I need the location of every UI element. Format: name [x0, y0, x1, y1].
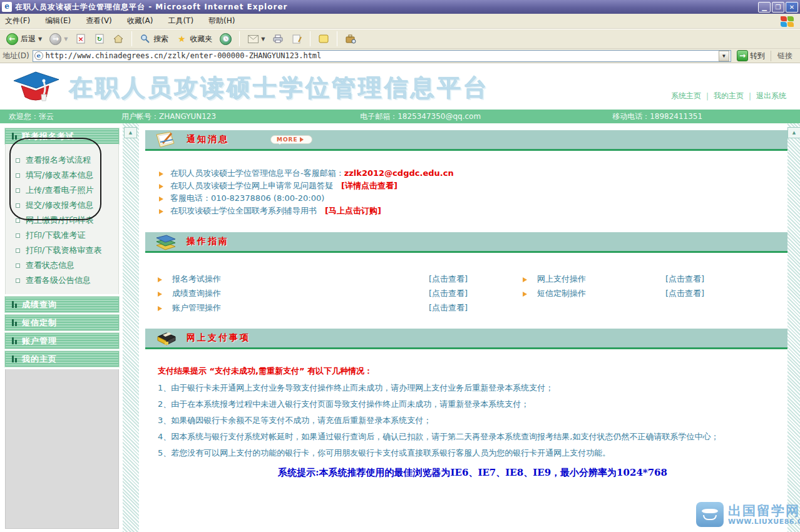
- notice-item[interactable]: 在职攻读硕士学位全国联考系列辅导用书 [马上点击订购]: [159, 206, 787, 216]
- favorites-button[interactable]: ★ 收藏夹: [173, 32, 215, 46]
- back-dropdown-icon[interactable]: ▼: [38, 36, 42, 42]
- guide-item-label[interactable]: 报名考试操作: [172, 274, 429, 285]
- go-button[interactable]: → 转到: [734, 50, 767, 61]
- sidebar-item-upload-photo[interactable]: 上传/查看电子照片: [6, 183, 118, 198]
- payment-item: 5、若您没有可以网上支付的功能的银行卡，你可用朋友银行卡支付或直接联系银行客服人…: [158, 448, 787, 458]
- links-label[interactable]: 链接: [771, 51, 797, 61]
- guide-item-label[interactable]: 成绩查询操作: [172, 288, 429, 299]
- nav-logout[interactable]: 退出系统: [756, 91, 786, 101]
- notice-highlight[interactable]: [马上点击订购]: [325, 206, 381, 215]
- guide-view-link[interactable]: [点击查看]: [429, 288, 523, 299]
- sidebar-item-pay-online[interactable]: 网上缴费/打印样表: [6, 213, 118, 228]
- address-label: 地址(D): [3, 51, 29, 61]
- nav-system-home[interactable]: 系统主页: [671, 91, 701, 101]
- sidebar-item-view-announcements[interactable]: 查看各级公告信息: [6, 273, 118, 288]
- research-button[interactable]: [342, 32, 359, 46]
- menu-view[interactable]: 查看(V): [86, 16, 112, 26]
- close-button[interactable]: ✕: [786, 2, 798, 13]
- sidebar-item-print-review[interactable]: 打印/下载资格审查表: [6, 243, 118, 258]
- sidebar-section-sms[interactable]: 短信定制: [5, 315, 119, 330]
- back-icon: ←: [6, 33, 18, 45]
- sidebar-menu: 查看报名考试流程 填写/修改基本信息 上传/查看电子照片 提交/修改报考信息 网…: [5, 144, 119, 294]
- print-button[interactable]: [270, 32, 286, 46]
- notice-pad-icon: [154, 131, 178, 148]
- toolbar-separator: [131, 31, 132, 46]
- notice-list: 在职人员攻读硕士学位管理信息平台-客服邮箱：zzlk2012@cdgdc.edu…: [159, 168, 787, 216]
- guide-title: 操作指南: [187, 236, 229, 247]
- guide-item-label[interactable]: 账户管理操作: [172, 302, 429, 314]
- page-favicon: e: [34, 51, 43, 60]
- payment-notes: 支付结果提示 “支付未成功,需重新支付” 有以下几种情况： 1、由于银行卡未开通…: [158, 366, 787, 479]
- address-input[interactable]: e http://www.chinadegrees.cn/zzlk/enter-…: [33, 50, 731, 62]
- more-button[interactable]: MORE: [270, 135, 312, 144]
- restore-button[interactable]: ❐: [772, 2, 784, 13]
- stop-button[interactable]: ×: [73, 32, 89, 46]
- menu-favorites[interactable]: 收藏(A): [127, 16, 153, 26]
- guide-item-label[interactable]: 网上支付操作: [537, 274, 665, 285]
- sidebar-item-fill-info[interactable]: 填写/修改基本信息: [6, 168, 118, 183]
- forward-button[interactable]: → ▼: [47, 32, 70, 46]
- sidebar-item-view-flow[interactable]: 查看报名考试流程: [6, 153, 118, 168]
- site-header: 在职人员攻读硕士学位管理信息平台 系统主页 | 我的主页 | 退出系统: [0, 63, 800, 110]
- guide-view-link[interactable]: [点击查看]: [665, 274, 741, 285]
- more-label: MORE: [277, 136, 298, 143]
- menu-help[interactable]: 帮助(H): [208, 16, 235, 26]
- notice-item[interactable]: 客服电话：010-82378806 (8:00-20:00): [159, 193, 787, 203]
- guide-view-link[interactable]: [点击查看]: [429, 302, 523, 314]
- collapse-up-icon[interactable]: ▲: [787, 127, 800, 138]
- notice-text: 客服电话：010-82378806 (8:00-20:00): [170, 193, 324, 203]
- payment-item: 4、因本系统与银行支付系统对帐延时，如果通过银行查询后，确认已扣款，请于第二天再…: [158, 432, 787, 442]
- sidebar-section-myhome[interactable]: 我的主页: [5, 351, 119, 367]
- collapse-up-icon[interactable]: ▲: [124, 127, 137, 138]
- square-bullet-icon: [16, 173, 20, 178]
- back-button[interactable]: ← 后退 ▼: [4, 32, 44, 46]
- orange-bullet-icon: [523, 292, 530, 297]
- sidebar-item-view-status[interactable]: 查看状态信息: [6, 258, 118, 273]
- sidebar-divider-strip: ▲: [123, 123, 139, 532]
- menu-tools[interactable]: 工具(T): [168, 16, 193, 26]
- edit-button[interactable]: [289, 32, 305, 46]
- discuss-button[interactable]: [315, 32, 332, 46]
- address-dropdown-icon[interactable]: ▼: [719, 51, 729, 61]
- square-bullet-icon: [16, 263, 20, 268]
- orange-bullet-icon: [158, 277, 165, 282]
- minimize-button[interactable]: ▁: [758, 2, 771, 13]
- search-button[interactable]: 搜索: [137, 32, 171, 46]
- notice-highlight[interactable]: [详情点击查看]: [341, 181, 397, 190]
- mail-dropdown-icon[interactable]: ▼: [261, 36, 265, 42]
- mail-button[interactable]: ▼: [245, 32, 267, 46]
- nav-separator: |: [749, 92, 751, 101]
- sidebar-section-lianka0[interactable]: 联考报名考试: [5, 128, 119, 144]
- guide-view-link[interactable]: [点击查看]: [429, 274, 523, 285]
- liuxue-logo-icon: [696, 502, 724, 527]
- history-button[interactable]: 🕓: [217, 32, 234, 46]
- sidebar-section-account[interactable]: 账户管理: [5, 333, 119, 349]
- back-label: 后退: [21, 34, 36, 44]
- guide-row: 账户管理操作 [点击查看]: [158, 300, 787, 315]
- notice-highlight[interactable]: zzlk2012@cdgdc.edu.cn: [344, 168, 454, 178]
- section-bars-icon: [12, 133, 17, 140]
- watermark-name: 出国留学网: [728, 504, 800, 518]
- notices-section-header: 通知消息 MORE: [145, 130, 787, 151]
- menu-edit[interactable]: 编辑(E): [45, 16, 71, 26]
- square-bullet-icon: [16, 279, 20, 283]
- guide-section-header: 操作指南: [145, 232, 787, 253]
- notice-item[interactable]: 在职人员攻读硕士学位网上申请常见问题答疑 [详情点击查看]: [159, 181, 787, 191]
- nav-my-home[interactable]: 我的主页: [714, 91, 744, 101]
- guide-view-link[interactable]: [点击查看]: [665, 288, 741, 299]
- mail-icon: [247, 33, 259, 44]
- notice-text: 在职攻读硕士学位全国联考系列辅导用书: [170, 206, 325, 215]
- edit-icon: [291, 33, 302, 44]
- menu-file[interactable]: 文件(F): [5, 16, 30, 26]
- sidebar-item-label: 网上缴费/打印样表: [26, 215, 93, 226]
- sidebar-item-submit-info[interactable]: 提交/修改报考信息: [6, 198, 118, 213]
- toolbar-separator: [337, 31, 337, 46]
- guide-item-label[interactable]: 短信定制操作: [537, 288, 665, 299]
- square-bullet-icon: [16, 218, 20, 223]
- refresh-button[interactable]: ↻: [91, 32, 108, 46]
- watermark: 出国留学网 WWW.LIUXUE86.COM: [696, 502, 800, 527]
- sidebar-item-print-ticket[interactable]: 打印/下载准考证: [6, 228, 118, 243]
- sidebar-section-scores[interactable]: 成绩查询: [5, 297, 119, 312]
- home-button[interactable]: [110, 32, 126, 46]
- notice-item[interactable]: 在职人员攻读硕士学位管理信息平台-客服邮箱：zzlk2012@cdgdc.edu…: [159, 168, 787, 178]
